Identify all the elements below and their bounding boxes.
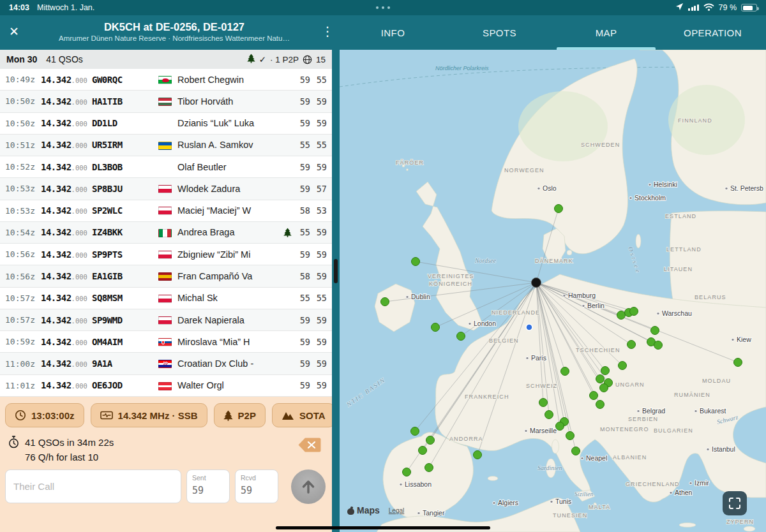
frequency-mode-chip[interactable]: 14.342 MHz · SSB <box>91 403 207 427</box>
their-call-input[interactable] <box>5 469 181 503</box>
qso-frequency: 14.342.000 <box>41 292 92 304</box>
qso-marker[interactable] <box>600 384 608 392</box>
qso-marker[interactable] <box>619 362 627 370</box>
qso-marker[interactable] <box>651 327 659 335</box>
qso-row[interactable]: 10:56z14.342.000EA1GIBFran Campañó Va585… <box>0 265 332 287</box>
log-qso-button[interactable] <box>291 469 326 504</box>
qso-row[interactable]: 10:50z14.342.000HA1TIBTibor Horváth5959 <box>0 91 332 112</box>
qso-sent: 59 <box>294 337 310 347</box>
qso-marker[interactable] <box>617 311 626 320</box>
qso-marker[interactable] <box>566 432 574 440</box>
qso-row[interactable]: 11:00z14.342.0009A1ACroatian Dx Club -59… <box>0 353 332 374</box>
qso-marker[interactable] <box>627 341 636 349</box>
qso-time: 10:57z <box>5 293 41 303</box>
qso-marker[interactable] <box>734 358 742 367</box>
city-dot <box>732 338 734 341</box>
qso-callsign: 9A1A <box>92 358 158 369</box>
city-dot <box>695 410 697 412</box>
qso-marker[interactable] <box>457 332 465 341</box>
qso-marker[interactable] <box>539 399 548 407</box>
qso-row[interactable]: 10:53z14.342.000SP8BJUWlodek Zadura5957 <box>0 178 332 200</box>
map-label-country: TSCHECHIEN <box>576 347 620 353</box>
qso-rcvd: 57 <box>310 184 327 194</box>
mountain-icon <box>282 410 294 420</box>
p2p-chip[interactable]: P2P <box>214 403 266 427</box>
qso-marker[interactable] <box>412 258 420 266</box>
city-dot <box>689 482 692 484</box>
qso-time: 10:54z <box>5 228 41 237</box>
home-location-marker[interactable] <box>526 324 532 330</box>
qso-time: 10:52z <box>5 162 41 172</box>
legal-link[interactable]: Legal <box>389 507 404 514</box>
qso-marker[interactable] <box>572 447 580 455</box>
qso-marker[interactable] <box>419 447 427 455</box>
qso-rcvd: 55 <box>310 140 327 150</box>
qso-rcvd: 59 <box>310 358 327 369</box>
qso-marker[interactable] <box>381 298 389 306</box>
qso-row[interactable]: 10:57z14.342.000SP9WMDDarek Napierala595… <box>0 309 332 331</box>
station-marker[interactable] <box>532 278 541 288</box>
qso-marker[interactable] <box>654 341 663 350</box>
qso-marker[interactable] <box>596 375 605 383</box>
qso-marker[interactable] <box>474 451 482 459</box>
qso-marker[interactable] <box>556 422 564 431</box>
qso-callsign: SP9PTS <box>92 249 158 260</box>
qso-row[interactable]: 10:53z14.342.000SP2WLCMaciej “Maciej” W5… <box>0 200 332 222</box>
panel-resize-handle[interactable] <box>334 259 338 283</box>
battery-percent: 79 % <box>719 3 737 12</box>
qso-operator-name: Maciej “Maciej” W <box>177 205 281 216</box>
qso-frequency: 14.342.000 <box>41 336 92 348</box>
qso-row[interactable]: 11:01z14.342.000OE6JODWalter Orgl5959 <box>0 375 332 397</box>
europe-map[interactable]: Nördlicher PolarkreisFÄRÖERNORWEGENSCHWE… <box>340 50 766 532</box>
qso-marker[interactable] <box>561 367 569 376</box>
map-label-city: Belgrad <box>642 407 665 415</box>
qso-marker[interactable] <box>596 401 605 409</box>
qso-marker[interactable] <box>426 436 435 445</box>
time-chip[interactable]: 13:03:00z <box>5 403 84 427</box>
qso-marker[interactable] <box>590 392 598 400</box>
city-dot <box>581 457 583 459</box>
map-label-sea: Nordsee <box>474 257 497 264</box>
island <box>552 440 559 454</box>
qso-marker[interactable] <box>555 205 563 213</box>
tab-info[interactable]: INFO <box>340 15 446 50</box>
overflow-menu-button[interactable]: ⋮ <box>320 24 334 39</box>
qso-marker[interactable] <box>432 323 440 332</box>
qso-operator-name: Dzianis “Luk” Luka <box>177 118 281 128</box>
qso-row[interactable]: 10:59z14.342.000OM4AIMMiroslava “Mia” H5… <box>0 331 332 353</box>
map-label-country: TUNESIEN <box>553 512 587 519</box>
sent-field[interactable]: Sent 59 <box>186 469 230 503</box>
qso-row[interactable]: 10:56z14.342.000SP9PTSZbigniew “Zibi” Mi… <box>0 244 332 265</box>
qso-row[interactable]: 10:57z14.342.000SQ8MSMMichal Sk5555 <box>0 288 332 309</box>
rcvd-field[interactable]: Rcvd 59 <box>235 469 278 503</box>
country-flag <box>158 161 177 173</box>
qso-row[interactable]: 10:54z14.342.000IZ4BKKAndrea Braga5559 <box>0 222 332 244</box>
qso-rcvd: 59 <box>310 162 327 172</box>
sota-chip[interactable]: SOTA <box>272 403 332 427</box>
qso-marker[interactable] <box>403 468 411 477</box>
home-indicator[interactable] <box>276 526 490 529</box>
qso-operator-name: Croatian Dx Club - <box>177 358 281 369</box>
fullscreen-button[interactable] <box>723 491 747 515</box>
qso-marker[interactable] <box>411 427 419 436</box>
tab-operation[interactable]: OPERATION <box>659 15 766 50</box>
tree-icon <box>223 410 233 421</box>
qso-row[interactable]: 10:50z14.342.000DD1LDDzianis “Luk” Luka5… <box>0 113 332 135</box>
qso-marker[interactable] <box>425 464 433 472</box>
city-dot <box>526 357 529 359</box>
qso-marker[interactable] <box>545 411 553 419</box>
qso-row[interactable]: 10:51z14.342.000UR5IRMRuslan A. Samkov55… <box>0 135 332 156</box>
qso-marker[interactable] <box>630 307 638 316</box>
qso-row[interactable]: 10:49z14.342.000GW0RQCRobert Chegwin5955 <box>0 69 332 91</box>
qso-rcvd: 59 <box>310 337 327 347</box>
tab-spots[interactable]: SPOTS <box>446 15 553 50</box>
qso-row[interactable]: 10:52z14.342.000DL3BOBOlaf Beutler5959 <box>0 156 332 178</box>
map-label-country: LETTLAND <box>666 246 702 253</box>
backspace-button[interactable] <box>297 437 322 455</box>
map-label-country: LITAUEN <box>664 266 693 272</box>
island <box>636 234 641 248</box>
tab-map[interactable]: MAP <box>553 15 659 50</box>
qso-marker[interactable] <box>601 367 610 375</box>
map-label-country: RUMÄNIEN <box>674 392 710 398</box>
close-button[interactable]: ✕ <box>9 24 28 39</box>
